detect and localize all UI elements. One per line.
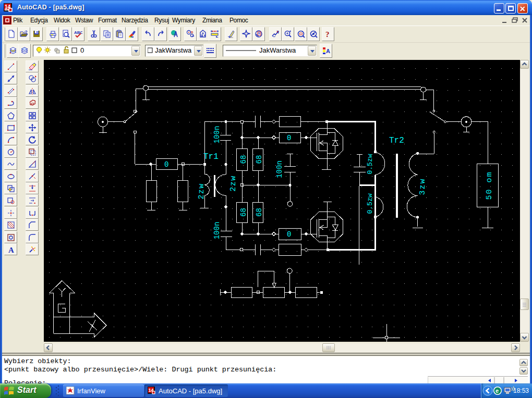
svg-text:68: 68 [255,208,263,217]
svg-text:A: A [326,48,330,54]
svg-text:50 om: 50 om [485,171,494,200]
svg-text:68: 68 [239,208,248,217]
svg-text:JakWarstwa: JakWarstwa [155,46,192,54]
svg-text:0.5zw: 0.5zw [366,154,374,174]
svg-text:0: 0 [287,134,291,142]
svg-text:100n: 100n [213,126,221,144]
svg-text:Tr1: Tr1 [203,152,219,161]
svg-text:0: 0 [287,230,291,239]
svg-text:0: 0 [80,46,84,54]
svg-text:?: ? [325,30,330,38]
svg-text:e: e [495,388,499,394]
svg-text:Tr2: Tr2 [389,136,404,145]
svg-text:0: 0 [164,160,168,169]
svg-text:ABC: ABC [74,30,82,35]
svg-text:2zw: 2zw [197,183,206,200]
svg-text:0.5zw: 0.5zw [366,193,374,214]
svg-text:100n: 100n [275,160,284,178]
svg-text:3zw: 3zw [418,178,427,195]
svg-text:2zw: 2zw [229,175,238,192]
svg-text:A: A [8,246,14,254]
svg-text:JakWarstwa: JakWarstwa [259,46,296,54]
svg-text:68: 68 [239,155,248,164]
svg-text:100n: 100n [213,222,221,240]
svg-text:68: 68 [255,155,263,164]
